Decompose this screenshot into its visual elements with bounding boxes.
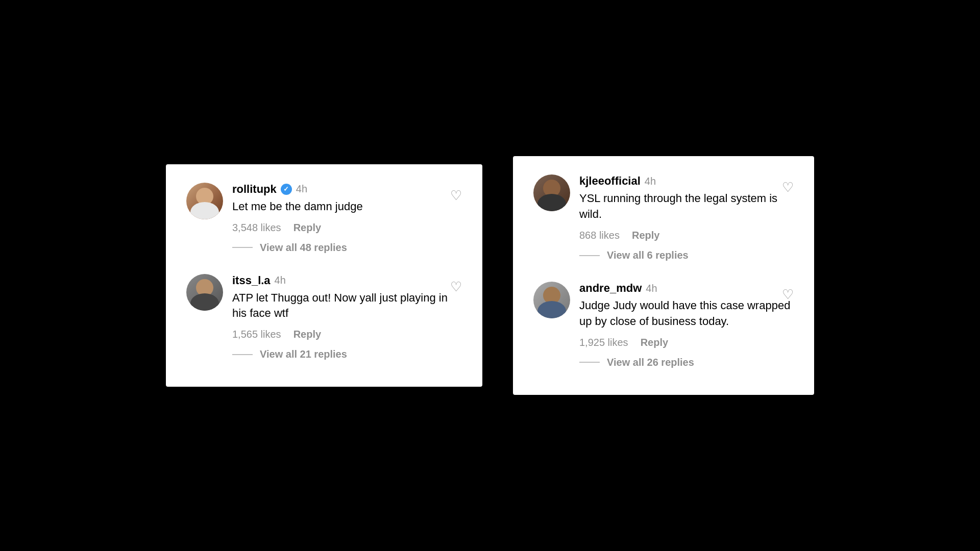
- comment-separator: [533, 269, 794, 282]
- timestamp: 4h: [296, 183, 307, 195]
- comment-rollitupk: rollitupk ✓ 4h Let me be the damn judge …: [186, 183, 462, 258]
- username: rollitupk: [232, 183, 277, 196]
- view-replies[interactable]: View all 48 replies: [232, 242, 462, 254]
- username: kjleeofficial: [579, 174, 641, 188]
- comment-kjlee: kjleeofficial 4h YSL running through the…: [533, 174, 794, 265]
- comment-actions: 3,548 likes Reply: [232, 222, 462, 234]
- likes-count: 868 likes: [579, 230, 620, 241]
- comment-meta: itss_l.a 4h: [232, 274, 462, 287]
- avatar: [186, 274, 223, 311]
- comment-andre: andre_mdw 4h Judge Judy would have this …: [533, 282, 794, 372]
- view-replies-text[interactable]: View all 6 replies: [607, 249, 689, 261]
- like-button[interactable]: ♡: [782, 180, 794, 195]
- view-replies[interactable]: View all 6 replies: [579, 249, 794, 261]
- comment-actions: 868 likes Reply: [579, 230, 794, 241]
- right-comment-card: kjleeofficial 4h YSL running through the…: [513, 156, 814, 394]
- comment-text: Let me be the damn judge: [232, 199, 462, 215]
- comment-header: andre_mdw 4h Judge Judy would have this …: [533, 282, 794, 348]
- reply-button[interactable]: Reply: [293, 329, 321, 340]
- comment-content: rollitupk ✓ 4h Let me be the damn judge …: [232, 183, 462, 234]
- avatar: [533, 174, 570, 211]
- likes-count: 1,925 likes: [579, 337, 628, 348]
- comment-itss-la: itss_l.a 4h ATP let Thugga out! Now yall…: [186, 274, 462, 365]
- verified-icon: ✓: [281, 184, 292, 195]
- view-replies-text[interactable]: View all 21 replies: [260, 348, 347, 360]
- comment-content: itss_l.a 4h ATP let Thugga out! Now yall…: [232, 274, 462, 341]
- comment-actions: 1,925 likes Reply: [579, 337, 794, 348]
- replies-line: [579, 255, 600, 256]
- comment-separator: [186, 262, 462, 274]
- comment-header: kjleeofficial 4h YSL running through the…: [533, 174, 794, 241]
- replies-line: [232, 354, 253, 355]
- view-replies-text[interactable]: View all 48 replies: [260, 242, 347, 254]
- avatar: [533, 282, 570, 318]
- likes-count: 3,548 likes: [232, 222, 281, 234]
- like-button[interactable]: ♡: [782, 287, 794, 303]
- comment-text: YSL running through the legal system is …: [579, 191, 794, 222]
- comment-header: itss_l.a 4h ATP let Thugga out! Now yall…: [186, 274, 462, 341]
- replies-line: [579, 362, 600, 363]
- comment-content: kjleeofficial 4h YSL running through the…: [579, 174, 794, 241]
- timestamp: 4h: [646, 283, 657, 294]
- comment-header: rollitupk ✓ 4h Let me be the damn judge …: [186, 183, 462, 234]
- likes-count: 1,565 likes: [232, 329, 281, 340]
- comment-text: Judge Judy would have this case wrapped …: [579, 298, 794, 330]
- view-replies[interactable]: View all 26 replies: [579, 357, 794, 368]
- username: andre_mdw: [579, 282, 642, 295]
- reply-button[interactable]: Reply: [632, 230, 659, 241]
- timestamp: 4h: [275, 274, 286, 286]
- comment-meta: rollitupk ✓ 4h: [232, 183, 462, 196]
- replies-line: [232, 247, 253, 248]
- avatar: [186, 183, 223, 219]
- timestamp: 4h: [645, 176, 656, 187]
- comment-content: andre_mdw 4h Judge Judy would have this …: [579, 282, 794, 348]
- view-replies-text[interactable]: View all 26 replies: [607, 357, 694, 368]
- comment-text: ATP let Thugga out! Now yall just playin…: [232, 290, 462, 322]
- reply-button[interactable]: Reply: [641, 337, 668, 348]
- comment-actions: 1,565 likes Reply: [232, 329, 462, 340]
- like-button[interactable]: ♡: [450, 279, 462, 295]
- comment-meta: kjleeofficial 4h: [579, 174, 794, 188]
- comment-meta: andre_mdw 4h: [579, 282, 794, 295]
- like-button[interactable]: ♡: [450, 188, 462, 204]
- left-comment-card: rollitupk ✓ 4h Let me be the damn judge …: [166, 164, 482, 387]
- view-replies[interactable]: View all 21 replies: [232, 348, 462, 360]
- username: itss_l.a: [232, 274, 271, 287]
- reply-button[interactable]: Reply: [293, 222, 321, 234]
